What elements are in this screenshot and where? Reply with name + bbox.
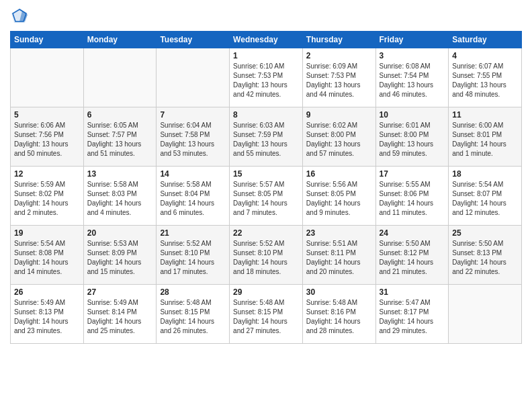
day-number: 5 xyxy=(14,110,80,120)
calendar-cell: 23Sunrise: 5:51 AM Sunset: 8:11 PM Dayli… xyxy=(302,226,375,285)
day-number: 13 xyxy=(87,169,153,179)
day-number: 29 xyxy=(233,287,299,297)
day-number: 19 xyxy=(14,228,80,238)
calendar-cell: 10Sunrise: 6:01 AM Sunset: 8:00 PM Dayli… xyxy=(375,107,449,167)
day-number: 23 xyxy=(306,228,372,238)
day-number: 24 xyxy=(380,228,445,238)
calendar-week-row: 1Sunrise: 6:10 AM Sunset: 7:53 PM Daylig… xyxy=(11,48,522,107)
calendar-week-row: 26Sunrise: 5:49 AM Sunset: 8:13 PM Dayli… xyxy=(11,285,522,344)
header-saturday: Saturday xyxy=(449,32,522,48)
day-info: Sunrise: 5:49 AM Sunset: 8:14 PM Dayligh… xyxy=(87,298,153,336)
header-tuesday: Tuesday xyxy=(157,32,230,48)
day-number: 21 xyxy=(160,228,226,238)
day-number: 8 xyxy=(233,110,299,120)
page: SundayMondayTuesdayWednesdayThursdayFrid… xyxy=(0,0,532,411)
day-info: Sunrise: 5:52 AM Sunset: 8:10 PM Dayligh… xyxy=(233,239,299,277)
day-info: Sunrise: 5:48 AM Sunset: 8:15 PM Dayligh… xyxy=(233,298,299,336)
day-info: Sunrise: 5:48 AM Sunset: 8:16 PM Dayligh… xyxy=(306,298,372,336)
logo xyxy=(10,7,32,26)
calendar-cell: 27Sunrise: 5:49 AM Sunset: 8:14 PM Dayli… xyxy=(83,285,157,344)
header xyxy=(10,7,522,26)
day-number: 3 xyxy=(380,51,445,60)
calendar-cell: 21Sunrise: 5:52 AM Sunset: 8:10 PM Dayli… xyxy=(157,226,230,285)
day-number: 12 xyxy=(14,169,80,179)
day-info: Sunrise: 6:10 AM Sunset: 7:53 PM Dayligh… xyxy=(233,62,299,99)
calendar-cell: 17Sunrise: 5:55 AM Sunset: 8:06 PM Dayli… xyxy=(375,167,449,226)
day-info: Sunrise: 5:54 AM Sunset: 8:08 PM Dayligh… xyxy=(14,239,80,277)
day-number: 9 xyxy=(306,110,372,120)
calendar-cell: 15Sunrise: 5:57 AM Sunset: 8:05 PM Dayli… xyxy=(230,167,303,226)
calendar-cell: 12Sunrise: 5:59 AM Sunset: 8:02 PM Dayli… xyxy=(11,167,84,226)
day-info: Sunrise: 5:50 AM Sunset: 8:12 PM Dayligh… xyxy=(380,239,445,277)
day-info: Sunrise: 6:09 AM Sunset: 7:53 PM Dayligh… xyxy=(306,62,372,99)
day-info: Sunrise: 5:58 AM Sunset: 8:04 PM Dayligh… xyxy=(160,180,226,218)
calendar-cell: 18Sunrise: 5:54 AM Sunset: 8:07 PM Dayli… xyxy=(449,167,522,226)
day-info: Sunrise: 6:04 AM Sunset: 7:58 PM Dayligh… xyxy=(160,121,226,158)
calendar-cell: 13Sunrise: 5:58 AM Sunset: 8:03 PM Dayli… xyxy=(83,167,157,226)
day-info: Sunrise: 6:05 AM Sunset: 7:57 PM Dayligh… xyxy=(87,121,153,158)
calendar-cell: 6Sunrise: 6:05 AM Sunset: 7:57 PM Daylig… xyxy=(83,107,157,167)
calendar-cell: 20Sunrise: 5:53 AM Sunset: 8:09 PM Dayli… xyxy=(83,226,157,285)
day-info: Sunrise: 5:47 AM Sunset: 8:17 PM Dayligh… xyxy=(380,298,445,336)
calendar-cell: 5Sunrise: 6:06 AM Sunset: 7:56 PM Daylig… xyxy=(11,107,84,167)
day-number: 20 xyxy=(87,228,153,238)
day-info: Sunrise: 6:08 AM Sunset: 7:54 PM Dayligh… xyxy=(380,62,445,99)
calendar-header-row: SundayMondayTuesdayWednesdayThursdayFrid… xyxy=(11,32,522,48)
calendar-cell xyxy=(449,285,522,344)
header-sunday: Sunday xyxy=(11,32,84,48)
calendar-cell: 31Sunrise: 5:47 AM Sunset: 8:17 PM Dayli… xyxy=(375,285,449,344)
calendar-cell: 19Sunrise: 5:54 AM Sunset: 8:08 PM Dayli… xyxy=(11,226,84,285)
calendar-week-row: 5Sunrise: 6:06 AM Sunset: 7:56 PM Daylig… xyxy=(11,107,522,167)
calendar-cell: 30Sunrise: 5:48 AM Sunset: 8:16 PM Dayli… xyxy=(302,285,375,344)
day-info: Sunrise: 5:53 AM Sunset: 8:09 PM Dayligh… xyxy=(87,239,153,277)
calendar-cell: 28Sunrise: 5:48 AM Sunset: 8:15 PM Dayli… xyxy=(157,285,230,344)
day-info: Sunrise: 6:03 AM Sunset: 7:59 PM Dayligh… xyxy=(233,121,299,158)
calendar-cell: 14Sunrise: 5:58 AM Sunset: 8:04 PM Dayli… xyxy=(157,167,230,226)
calendar-cell: 24Sunrise: 5:50 AM Sunset: 8:12 PM Dayli… xyxy=(375,226,449,285)
day-info: Sunrise: 6:01 AM Sunset: 8:00 PM Dayligh… xyxy=(380,121,445,158)
calendar-cell: 3Sunrise: 6:08 AM Sunset: 7:54 PM Daylig… xyxy=(375,48,449,107)
calendar-cell: 2Sunrise: 6:09 AM Sunset: 7:53 PM Daylig… xyxy=(302,48,375,107)
day-info: Sunrise: 5:55 AM Sunset: 8:06 PM Dayligh… xyxy=(380,180,445,218)
header-friday: Friday xyxy=(375,32,449,48)
day-info: Sunrise: 5:54 AM Sunset: 8:07 PM Dayligh… xyxy=(452,180,518,218)
calendar-week-row: 19Sunrise: 5:54 AM Sunset: 8:08 PM Dayli… xyxy=(11,226,522,285)
day-number: 1 xyxy=(233,51,299,60)
calendar-cell: 7Sunrise: 6:04 AM Sunset: 7:58 PM Daylig… xyxy=(157,107,230,167)
day-info: Sunrise: 6:07 AM Sunset: 7:55 PM Dayligh… xyxy=(452,62,518,99)
calendar-cell: 1Sunrise: 6:10 AM Sunset: 7:53 PM Daylig… xyxy=(230,48,303,107)
calendar-cell: 26Sunrise: 5:49 AM Sunset: 8:13 PM Dayli… xyxy=(11,285,84,344)
calendar-cell: 9Sunrise: 6:02 AM Sunset: 8:00 PM Daylig… xyxy=(302,107,375,167)
calendar-week-row: 12Sunrise: 5:59 AM Sunset: 8:02 PM Dayli… xyxy=(11,167,522,226)
day-info: Sunrise: 5:59 AM Sunset: 8:02 PM Dayligh… xyxy=(14,180,80,218)
header-monday: Monday xyxy=(83,32,157,48)
day-info: Sunrise: 5:50 AM Sunset: 8:13 PM Dayligh… xyxy=(452,239,518,277)
day-number: 30 xyxy=(306,287,372,297)
day-number: 26 xyxy=(14,287,80,297)
day-number: 15 xyxy=(233,169,299,179)
day-info: Sunrise: 6:06 AM Sunset: 7:56 PM Dayligh… xyxy=(14,121,80,158)
header-thursday: Thursday xyxy=(302,32,375,48)
day-number: 4 xyxy=(452,51,518,60)
day-number: 31 xyxy=(380,287,445,297)
calendar-cell xyxy=(157,48,230,107)
day-number: 10 xyxy=(380,110,445,120)
day-number: 18 xyxy=(452,169,518,179)
day-info: Sunrise: 6:00 AM Sunset: 8:01 PM Dayligh… xyxy=(452,121,518,158)
calendar-cell: 8Sunrise: 6:03 AM Sunset: 7:59 PM Daylig… xyxy=(230,107,303,167)
calendar-cell xyxy=(11,48,84,107)
day-info: Sunrise: 5:51 AM Sunset: 8:11 PM Dayligh… xyxy=(306,239,372,277)
day-info: Sunrise: 5:49 AM Sunset: 8:13 PM Dayligh… xyxy=(14,298,80,336)
day-number: 27 xyxy=(87,287,153,297)
day-number: 28 xyxy=(160,287,226,297)
calendar-table: SundayMondayTuesdayWednesdayThursdayFrid… xyxy=(10,31,522,344)
calendar-cell: 4Sunrise: 6:07 AM Sunset: 7:55 PM Daylig… xyxy=(449,48,522,107)
calendar-cell: 11Sunrise: 6:00 AM Sunset: 8:01 PM Dayli… xyxy=(449,107,522,167)
day-number: 22 xyxy=(233,228,299,238)
day-info: Sunrise: 5:58 AM Sunset: 8:03 PM Dayligh… xyxy=(87,180,153,218)
day-info: Sunrise: 6:02 AM Sunset: 8:00 PM Dayligh… xyxy=(306,121,372,158)
day-number: 7 xyxy=(160,110,226,120)
calendar-cell xyxy=(83,48,157,107)
day-number: 17 xyxy=(380,169,445,179)
day-info: Sunrise: 5:57 AM Sunset: 8:05 PM Dayligh… xyxy=(233,180,299,218)
